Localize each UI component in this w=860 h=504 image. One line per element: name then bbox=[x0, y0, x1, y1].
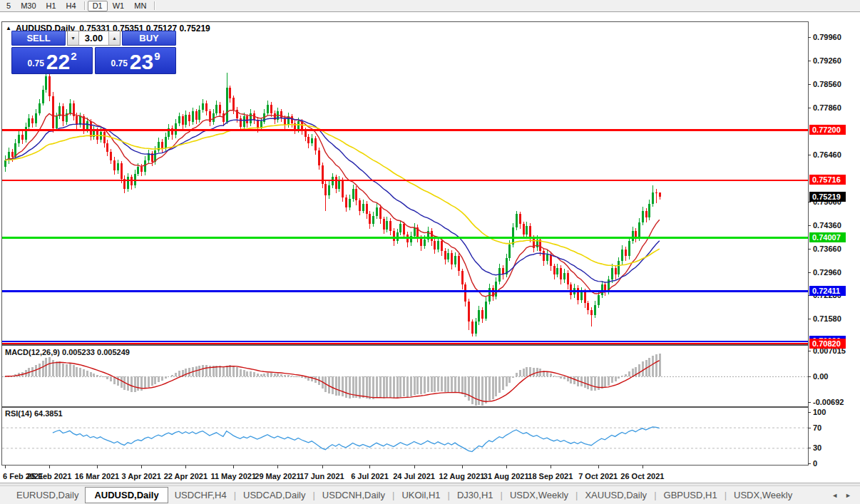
price-tick-0.73660-tickmark bbox=[808, 249, 811, 250]
price-tick-0.77860-tickmark bbox=[808, 108, 811, 108]
timeframe-button-w1[interactable]: W1 bbox=[108, 1, 130, 11]
volume-input[interactable]: 3.00 bbox=[79, 31, 108, 45]
sell-price-prefix: 0.75 bbox=[27, 58, 43, 68]
chart-tab-usdx-weekly[interactable]: USDX,Weekly bbox=[503, 488, 575, 503]
macd-tick--0.00692-tickmark bbox=[808, 402, 811, 403]
macd-tick-0.00-tickmark bbox=[808, 376, 811, 377]
date-tick-11-may-2021 bbox=[233, 466, 234, 468]
tab-scroll-right-icon[interactable]: ► bbox=[845, 492, 851, 499]
rsi-tick-100-tickmark bbox=[808, 412, 811, 413]
date-label-29-may-2021: 29 May 2021 bbox=[255, 472, 300, 480]
price-tick-0.75060-tickmark bbox=[808, 202, 811, 202]
date-tick-25-feb-2021 bbox=[49, 466, 50, 468]
one-click-trade-panel: SELL ▼ 3.00 ▲ BUY 0.75 22 2 0.75 23 9 bbox=[11, 31, 178, 74]
price-tick-0.76460: 0.76460 bbox=[813, 150, 841, 159]
price-tick-0.74360-tickmark bbox=[808, 225, 811, 226]
buy-price-button[interactable]: 0.75 23 9 bbox=[95, 47, 176, 74]
rsi-tick-0: 0 bbox=[813, 459, 817, 468]
date-tick-26-oct-2021 bbox=[643, 466, 643, 468]
price-line-badge-0.72411: 0.72411 bbox=[809, 286, 846, 296]
price-tick-0.72960-tickmark bbox=[808, 272, 811, 273]
timeframe-button-5[interactable]: 5 bbox=[1, 1, 16, 11]
buy-price-prefix: 0.75 bbox=[111, 58, 127, 68]
date-label-22-apr-2021: 22 Apr 2021 bbox=[164, 472, 208, 480]
macd-tick--0.00692: -0.00692 bbox=[813, 398, 844, 406]
price-tick-0.72960: 0.72960 bbox=[813, 268, 841, 277]
current-price-badge: 0.75219 bbox=[809, 192, 846, 202]
buy-price-big: 23 bbox=[130, 52, 153, 72]
date-label-7-oct-2021: 7 Oct 2021 bbox=[578, 472, 618, 480]
price-tick-0.78560-tickmark bbox=[808, 84, 811, 85]
sell-button[interactable]: SELL bbox=[11, 31, 66, 46]
chevron-up-icon: ▲ bbox=[112, 36, 117, 41]
ma-line-55 bbox=[5, 125, 660, 266]
chevron-down-icon: ▼ bbox=[71, 36, 76, 41]
macd-tick-0.00: 0.00 bbox=[813, 372, 828, 381]
date-label-17-jun-2021: 17 Jun 2021 bbox=[300, 472, 344, 480]
chart-tab-usdcnh-daily[interactable]: USDCNH,Daily bbox=[316, 488, 391, 503]
rsi-tick-70-tickmark bbox=[808, 428, 811, 428]
timeframe-button-mn[interactable]: MN bbox=[129, 1, 151, 11]
candles-group bbox=[4, 72, 661, 336]
rsi-tick-30: 30 bbox=[813, 443, 821, 452]
price-tick-0.73660: 0.73660 bbox=[813, 245, 841, 253]
date-label-3-apr-2021: 3 Apr 2021 bbox=[122, 472, 161, 480]
volume-stepper: ▼ 3.00 ▲ bbox=[67, 31, 121, 46]
date-tick-16-mar-2021 bbox=[97, 466, 98, 468]
price-tick-0.79960: 0.79960 bbox=[813, 33, 841, 41]
price-tick-0.76460-tickmark bbox=[808, 155, 811, 155]
chart-tab-bar: EURUSD,DailyAUDUSD,DailyUSDCHF,H4|USDCAD… bbox=[0, 485, 860, 504]
volume-down-button[interactable]: ▼ bbox=[68, 31, 79, 45]
mt4-window: { "toolbar": { "timeframes": [ {"label":… bbox=[0, 0, 860, 504]
chart-tab-usdcad-daily[interactable]: USDCAD,Daily bbox=[237, 488, 312, 503]
price-tick-0.71580: 0.71580 bbox=[813, 314, 841, 323]
date-label-24-jul-2021: 24 Jul 2021 bbox=[393, 472, 435, 480]
rsi-label: RSI(14) 64.3851 bbox=[5, 409, 63, 418]
sell-price-button[interactable]: 0.75 22 2 bbox=[11, 47, 93, 74]
chart-tab-dj30-h1[interactable]: DJ30,H1 bbox=[451, 488, 500, 503]
tab-scroll-left-icon[interactable]: ◄ bbox=[831, 492, 838, 499]
date-tick-3-apr-2021 bbox=[141, 466, 142, 468]
volume-up-button[interactable]: ▲ bbox=[108, 31, 120, 45]
timeframe-button-h4[interactable]: H4 bbox=[61, 1, 81, 11]
price-line-badge-0.75716: 0.75716 bbox=[809, 175, 846, 185]
date-tick-31-aug-2021 bbox=[506, 466, 507, 468]
timeframe-button-h1[interactable]: H1 bbox=[41, 1, 61, 11]
collapse-arrow-icon[interactable]: ▲ bbox=[6, 26, 11, 31]
price-tick-0.79260-tickmark bbox=[808, 61, 811, 61]
buy-price-sup: 9 bbox=[154, 50, 160, 62]
date-tick-24-jul-2021 bbox=[414, 466, 415, 468]
date-tick-22-apr-2021 bbox=[185, 466, 186, 468]
chart-tab-usdx-weekly[interactable]: USDX,Weekly bbox=[727, 488, 799, 503]
date-label-16-mar-2021: 16 Mar 2021 bbox=[75, 472, 119, 480]
date-label-25-feb-2021: 25 Feb 2021 bbox=[27, 472, 71, 480]
date-tick-18-sep-2021 bbox=[551, 466, 551, 468]
chart-tab-xauusd-daily[interactable]: XAUUSD,Daily bbox=[578, 488, 653, 503]
price-tick-0.79260: 0.79260 bbox=[813, 56, 841, 65]
chart-window: ▲ AUDUSD,Daily 0.75331 0.75351 0.75127 0… bbox=[1, 21, 860, 483]
macd-histogram-group bbox=[4, 354, 661, 406]
chart-tab-audusd-daily-active[interactable]: AUDUSD,Daily bbox=[85, 487, 168, 503]
main-macd-splitter[interactable] bbox=[1, 344, 808, 346]
horizontal-lines-group bbox=[2, 130, 808, 344]
price-line-badge-0.74007: 0.74007 bbox=[809, 232, 846, 242]
date-tick-17-jun-2021 bbox=[322, 466, 323, 468]
tab-scroll-arrows: ◄ ► bbox=[831, 492, 851, 499]
date-label-26-oct-2021: 26 Oct 2021 bbox=[620, 472, 664, 480]
date-tick-6-jul-2021 bbox=[369, 466, 370, 468]
chart-tab-eurusd-daily[interactable]: EURUSD,Daily bbox=[10, 488, 85, 503]
buy-button[interactable]: BUY bbox=[122, 31, 176, 46]
price-tick-0.74360: 0.74360 bbox=[813, 221, 841, 230]
date-label-18-sep-2021: 18 Sep 2021 bbox=[528, 472, 573, 480]
chart-tab-gbpusd-h1[interactable]: GBPUSD,H1 bbox=[657, 488, 724, 503]
chart-tab-ukoil-h1[interactable]: UKOil,H1 bbox=[395, 488, 446, 503]
price-line-badge-0.70820: 0.70820 bbox=[809, 339, 846, 349]
date-label-6-jul-2021: 6 Jul 2021 bbox=[351, 472, 389, 480]
date-label-31-aug-2021: 31 Aug 2021 bbox=[483, 472, 529, 480]
timeframe-button-d1[interactable]: D1 bbox=[88, 1, 108, 11]
rsi-line bbox=[53, 427, 660, 452]
chart-tab-usdchf-h4[interactable]: USDCHF,H4 bbox=[168, 488, 233, 503]
rsi-tick-30-tickmark bbox=[808, 448, 811, 448]
rsi-tick-100: 100 bbox=[813, 408, 826, 416]
timeframe-button-m30[interactable]: M30 bbox=[16, 1, 41, 11]
